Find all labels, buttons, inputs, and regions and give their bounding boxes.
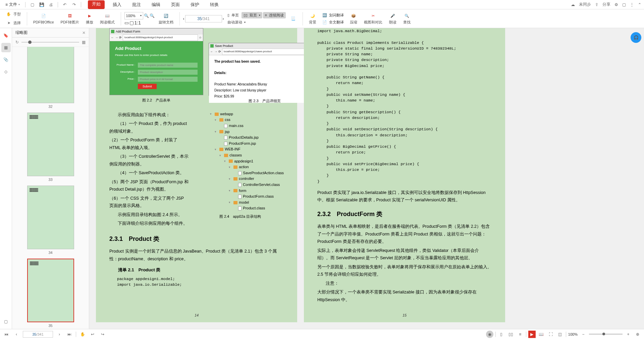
search-label: 查找 (403, 20, 411, 25)
page-input[interactable]: 35 /341 (185, 15, 222, 22)
view-fullscreen-btn[interactable]: ⛶ (547, 331, 554, 338)
screenshot-compare[interactable]: ✂ 截图和对比 (361, 12, 385, 25)
continuous-btn[interactable]: ≡ 连续阅读 (263, 12, 286, 18)
fit-width-icon[interactable]: ▭ (124, 20, 129, 25)
single-page-btn[interactable]: ▯ 单页 (225, 12, 241, 18)
layout-single-btn[interactable]: ▯ (498, 331, 505, 338)
history-back-btn[interactable]: ↩ (89, 331, 96, 338)
hand-status-btn[interactable]: ✋ (79, 331, 86, 338)
attachment-rail-btn[interactable]: 📎 (1, 55, 11, 64)
full-translate-btn[interactable]: 📄 全文翻译 (320, 19, 346, 25)
zoom-slider[interactable] (589, 334, 623, 335)
collapse-icon[interactable]: ⌃ (638, 2, 641, 7)
hamburger-icon: ≡ (5, 2, 8, 7)
zoom-input[interactable]: 100% ▾ (124, 12, 143, 19)
rotate-thumb-icon[interactable]: ↻ (15, 40, 19, 45)
grid-icon[interactable]: ▦ (82, 40, 86, 45)
reading-opts[interactable]: 📃 (287, 15, 299, 23)
prev-page-icon[interactable]: ‹ (183, 16, 184, 21)
tab-convert[interactable]: 转换 (207, 0, 221, 9)
thumbnail-slider[interactable] (21, 42, 79, 43)
left-rail: 🔖 ▦ 📎 ◇ ▢ (0, 28, 12, 329)
open-icon[interactable]: ▢ (28, 1, 36, 9)
float-assistant-btn[interactable]: 🎧 (631, 32, 641, 43)
background-tool[interactable]: 🌙 背景 (306, 12, 319, 25)
fit-btn[interactable]: ⊕ (634, 331, 641, 338)
thumbnail-item[interactable]: ▓▓▓▓▓▓▓▓▓▓▓▓▓▓▓▓▓▓▓▓▓▓▓▓▓▓▓▓▓▓▓▓▓▓▓▓ 33 (12, 113, 89, 182)
window-icon[interactable]: ▢ (622, 2, 626, 7)
saved-msg: The product has been saved. (214, 59, 315, 65)
next-page-icon[interactable]: › (223, 16, 224, 21)
view-mode-1-btn[interactable]: ◉ (486, 331, 493, 338)
close-icon[interactable]: ✕ (82, 30, 86, 35)
tab-edit[interactable]: 编辑 (149, 0, 163, 9)
pdf-to-image[interactable]: 🖼 PDF转图片 (58, 12, 82, 25)
thumbnail-image-selected[interactable]: ▓▓▓▓▓▓▓▓▓▓▓▓▓▓▓▓▓▓▓▓▓▓▓▓▓▓▓▓▓▓▓▓▓▓▓▓ (27, 259, 74, 322)
redo-icon[interactable]: ↷ (70, 1, 78, 9)
thumbnail-image[interactable]: ▓▓▓▓▓▓▓▓▓▓▓▓▓▓▓▓▓▓▓▓▓▓▓▓▓▓▓▓▓▓▓▓▓▓▓▓ (27, 113, 74, 176)
actual-size-icon[interactable]: 1:1 (135, 20, 141, 25)
page-input-status[interactable]: 35 /341 (23, 331, 53, 338)
document-viewer[interactable]: 🎧 Add Product Form ← → (89, 28, 644, 329)
print-icon[interactable]: 🖨 (47, 1, 55, 9)
undo-icon[interactable]: ↶ (61, 1, 69, 9)
select-tool[interactable]: ➤ 选择 (3, 19, 23, 27)
zoom-in-icon[interactable]: 🔍 (150, 13, 155, 18)
rotate-tool[interactable]: 🔄 旋转文档 (156, 12, 176, 25)
paragraph: 示例应用由如下组件构成： (109, 111, 189, 119)
view-reader-btn[interactable]: 📖 (538, 331, 545, 338)
folder-icon (219, 130, 223, 133)
history-fwd-btn[interactable]: ↪ (99, 331, 106, 338)
read-aloud-tool[interactable]: 🎤 朗读 (386, 12, 399, 25)
tab-protect[interactable]: 保护 (188, 0, 202, 9)
share-icon[interactable]: ⇪ (595, 2, 598, 7)
first-page-btn[interactable]: ⏮ (3, 331, 10, 338)
background-label: 背景 (309, 20, 316, 25)
bookmark-rail-btn[interactable]: 🔖 (1, 31, 11, 40)
layout-continuous-btn[interactable]: ≡ (517, 331, 524, 338)
sync-label[interactable]: 未同步 (579, 2, 591, 7)
prev-page-btn[interactable]: ‹ (13, 331, 20, 338)
thumbnail-rail-btn[interactable]: ▦ (1, 43, 11, 52)
search-tool[interactable]: 🔍 查找 (400, 12, 413, 25)
outline-rail-btn[interactable]: ◇ (1, 67, 11, 76)
read-mode[interactable]: 📖 阅读模式 (97, 12, 117, 25)
compress-tool[interactable]: 📦 压缩 (347, 12, 360, 25)
zoom-display: 100% (568, 332, 578, 336)
thumbnail-image[interactable]: ▓▓▓▓▓▓▓▓▓▓▓▓▓▓▓▓▓▓▓▓▓▓▓▓▓▓▓▓▓▓▓▓▓▓▓▓ (27, 186, 74, 249)
note-label: 注意： (317, 280, 492, 287)
thumbnail-image[interactable]: ▓▓▓▓▓▓▓▓▓▓▓▓▓▓▓▓▓▓▓▓▓▓▓▓▓▓▓▓▓▓▓▓▓▓▓▓ (27, 47, 74, 103)
view-dual-btn[interactable]: ◫ (556, 331, 564, 338)
more-icon[interactable]: ⋮ (630, 2, 634, 7)
word-translate-btn[interactable]: 🔤 划词翻译 (320, 12, 346, 18)
tab-annotate[interactable]: 批注 (129, 0, 144, 9)
file-menu[interactable]: ≡ 文件 ▾ (3, 1, 22, 8)
settings-icon[interactable]: ⚙ (614, 2, 618, 7)
tab-page[interactable]: 页面 (168, 0, 182, 9)
fig22-caption: 图 2.2 产品表单 (109, 97, 203, 104)
slider-handle[interactable] (28, 41, 32, 44)
view-slideshow-btn[interactable]: ▶ (528, 331, 536, 338)
save-icon[interactable]: 💾 (38, 1, 46, 9)
tab-start[interactable]: 开始 (88, 0, 105, 9)
layout-double-btn[interactable]: ▯▯ (507, 331, 515, 338)
zoom-out-btn[interactable]: − (580, 331, 587, 338)
play-tool[interactable]: ▶ 播放 (83, 12, 96, 25)
double-page-btn[interactable]: ▯▯ 双页 ▾ (241, 12, 262, 18)
pdf-to-office[interactable]: 📄 PDF转Office (31, 12, 57, 25)
last-page-btn[interactable]: ⏭ (66, 331, 73, 338)
zoom-out-icon[interactable]: 🔍 (144, 13, 149, 18)
zoom-in-btn[interactable]: + (625, 331, 632, 338)
share-label[interactable]: 分享 (602, 2, 610, 7)
tab-insert[interactable]: 插入 (110, 0, 124, 9)
auto-scroll-btn[interactable]: 自动滚动 ▾ (225, 19, 286, 25)
fit-page-icon[interactable]: ▢ (129, 20, 134, 25)
zoom-handle[interactable] (602, 333, 605, 335)
thumbnail-item[interactable]: ▓▓▓▓▓▓▓▓▓▓▓▓▓▓▓▓▓▓▓▓▓▓▓▓▓▓▓▓▓▓▓▓▓▓▓▓ 35 (12, 259, 89, 328)
thumbnail-item[interactable]: ▓▓▓▓▓▓▓▓▓▓▓▓▓▓▓▓▓▓▓▓▓▓▓▓▓▓▓▓▓▓▓▓▓▓▓▓ 34 (12, 186, 89, 255)
cloud-icon[interactable]: ☁ (571, 2, 575, 7)
expand-rail-btn[interactable]: ▢ (1, 317, 11, 326)
thumbnail-item[interactable]: ▓▓▓▓▓▓▓▓▓▓▓▓▓▓▓▓▓▓▓▓▓▓▓▓▓▓▓▓▓▓▓▓▓▓▓▓ 32 (12, 47, 89, 109)
next-page-btn[interactable]: › (56, 331, 63, 338)
hand-tool[interactable]: ✋ 手型 (3, 10, 23, 18)
